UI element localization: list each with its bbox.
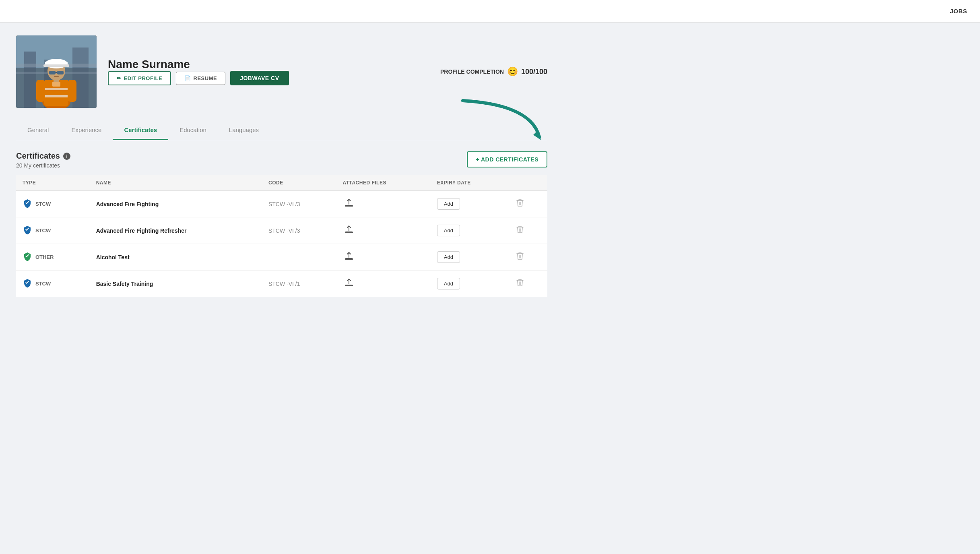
top-navigation: JOBS [0, 0, 980, 23]
delete-certificate-button[interactable] [515, 197, 525, 211]
svg-rect-22 [52, 82, 60, 87]
cert-name-cell: Advanced Fire Fighting [90, 191, 262, 217]
svg-rect-10 [44, 95, 68, 97]
cert-type-label: STCW [35, 201, 51, 207]
completion-smiley-icon: 😊 [507, 66, 518, 77]
svg-rect-2 [24, 52, 36, 108]
svg-rect-11 [36, 80, 45, 102]
cert-type-label: OTHER [35, 254, 54, 260]
add-date-button[interactable]: Add [437, 278, 460, 289]
profile-name: Name Surname [108, 58, 289, 71]
tab-experience[interactable]: Experience [60, 121, 113, 140]
upload-file-button[interactable] [342, 276, 355, 291]
profile-buttons: ✏ EDIT PROFILE 📄 RESUME JOBWAVE CV [108, 71, 289, 85]
col-type: TYPE [16, 175, 90, 191]
table-row: STCW Advanced Fire Fighting Refresher ST… [16, 217, 547, 244]
tab-general[interactable]: General [16, 121, 60, 140]
certificates-section-header: Certificates i 20 My certificates + ADD … [16, 151, 547, 169]
svg-rect-31 [345, 232, 353, 233]
svg-rect-19 [57, 71, 64, 74]
add-date-button[interactable]: Add [437, 198, 460, 210]
cert-code-cell: STCW -VI /3 [262, 217, 336, 244]
shield-icon [23, 198, 32, 209]
col-name: NAME [90, 175, 262, 191]
certificates-count: 20 My certificates [16, 162, 70, 169]
delete-certificate-button[interactable] [515, 250, 525, 264]
tab-languages[interactable]: Languages [218, 121, 270, 140]
info-icon[interactable]: i [63, 153, 70, 160]
expiry-date-cell: Add [431, 271, 508, 297]
tab-education[interactable]: Education [168, 121, 218, 140]
table-row: OTHER Alcohol Test Add [16, 244, 547, 271]
profile-photo [16, 35, 97, 108]
cert-type-label: STCW [35, 281, 51, 287]
upload-file-button[interactable] [342, 223, 355, 238]
cert-code-cell: STCW -VI /1 [262, 271, 336, 297]
col-code: CODE [262, 175, 336, 191]
type-cell: STCW [16, 271, 90, 297]
certificates-table: TYPE NAME CODE ATTACHED FILES EXPIRY DAT… [16, 175, 547, 297]
type-cell: STCW [16, 191, 90, 217]
profile-completion-label: PROFILE COMPLETION [440, 68, 504, 75]
shield-icon [23, 278, 32, 289]
section-title-area: Certificates i 20 My certificates [16, 151, 70, 169]
attached-files-cell [336, 191, 430, 217]
profile-tabs: General Experience Certificates Educatio… [16, 121, 547, 140]
table-row: STCW Basic Safety Training STCW -VI /1 A… [16, 271, 547, 297]
delete-cell [508, 244, 547, 271]
cert-name-cell: Advanced Fire Fighting Refresher [90, 217, 262, 244]
section-title: Certificates i [16, 151, 70, 161]
main-content: Name Surname ✏ EDIT PROFILE 📄 RESUME JOB… [0, 23, 563, 310]
svg-rect-41 [345, 285, 353, 286]
table-body: STCW Advanced Fire Fighting STCW -VI /3 … [16, 191, 547, 297]
add-date-button[interactable]: Add [437, 251, 460, 263]
cert-code-cell [262, 244, 336, 271]
cert-name-cell: Basic Safety Training [90, 271, 262, 297]
jobs-nav-link[interactable]: JOBS [950, 8, 967, 14]
cert-name-cell: Alcohol Test [90, 244, 262, 271]
svg-marker-23 [533, 131, 541, 140]
resume-button[interactable]: 📄 RESUME [176, 72, 225, 85]
delete-cell [508, 217, 547, 244]
cert-type-label: STCW [35, 227, 51, 234]
delete-certificate-button[interactable] [515, 277, 525, 290]
delete-certificate-button[interactable] [515, 224, 525, 237]
svg-rect-12 [68, 80, 76, 102]
shield-icon [23, 252, 32, 263]
profile-header: Name Surname ✏ EDIT PROFILE 📄 RESUME JOB… [16, 35, 547, 108]
type-cell: STCW [16, 217, 90, 244]
file-icon: 📄 [184, 75, 191, 81]
tab-certificates[interactable]: Certificates [113, 121, 168, 140]
edit-profile-button[interactable]: ✏ EDIT PROFILE [108, 71, 171, 85]
attached-files-cell [336, 244, 430, 271]
attached-files-cell [336, 217, 430, 244]
table-header: TYPE NAME CODE ATTACHED FILES EXPIRY DAT… [16, 175, 547, 191]
profile-info: Name Surname ✏ EDIT PROFILE 📄 RESUME JOB… [108, 58, 289, 85]
svg-rect-36 [345, 258, 353, 260]
expiry-date-cell: Add [431, 217, 508, 244]
type-cell: OTHER [16, 244, 90, 271]
expiry-date-cell: Add [431, 191, 508, 217]
col-actions [508, 175, 547, 191]
jobwave-cv-button[interactable]: JOBWAVE CV [230, 71, 289, 85]
upload-file-button[interactable] [342, 250, 355, 265]
shield-icon [23, 225, 32, 236]
delete-cell [508, 271, 547, 297]
svg-rect-21 [54, 76, 59, 77]
delete-cell [508, 191, 547, 217]
svg-rect-18 [49, 71, 56, 74]
profile-completion: PROFILE COMPLETION 😊 100/100 [424, 66, 547, 77]
table-row: STCW Advanced Fire Fighting STCW -VI /3 … [16, 191, 547, 217]
upload-file-button[interactable] [342, 196, 355, 211]
add-certificates-button[interactable]: + ADD CERTIFICATES [467, 151, 547, 167]
attached-files-cell [336, 271, 430, 297]
expiry-date-cell: Add [431, 244, 508, 271]
svg-rect-9 [44, 88, 68, 90]
completion-score: 100/100 [521, 68, 547, 76]
col-expiry: EXPIRY DATE [431, 175, 508, 191]
col-files: ATTACHED FILES [336, 175, 430, 191]
cert-code-cell: STCW -VI /3 [262, 191, 336, 217]
edit-icon: ✏ [117, 75, 122, 81]
add-date-button[interactable]: Add [437, 225, 460, 236]
svg-rect-17 [43, 64, 69, 67]
